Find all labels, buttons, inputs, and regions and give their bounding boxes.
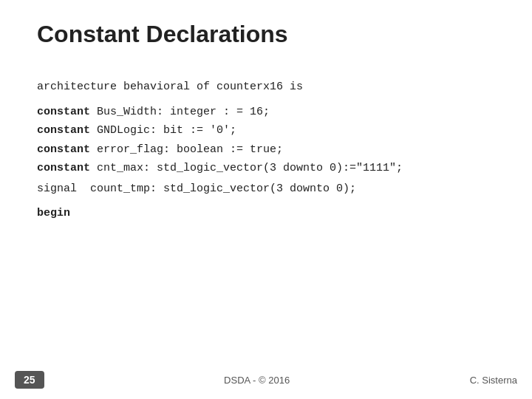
code-block: architecture behavioral of counterx16 is… [37, 78, 495, 223]
code-rest-5: count_tmp: std_logic_vector(3 downto 0); [77, 180, 356, 199]
keyword-constant-1: constant [37, 103, 90, 122]
architecture-line: architecture behavioral of counterx16 is [37, 78, 495, 97]
keyword-constant-2: constant [37, 121, 90, 140]
begin-line: begin [37, 204, 495, 223]
code-rest-2: GNDLogic: bit := '0'; [90, 121, 236, 140]
code-line-1: constant Bus_Width: integer : = 16; [37, 103, 495, 122]
code-line-4: constant cnt_max: std_logic_vector(3 dow… [37, 159, 495, 178]
begin-keyword: begin [37, 204, 70, 223]
architecture-text: architecture behavioral of counterx16 is [37, 78, 303, 97]
code-line-5: signal count_tmp: std_logic_vector(3 dow… [37, 180, 495, 199]
slide: Constant Declarations architecture behav… [0, 0, 532, 399]
keyword-constant-3: constant [37, 140, 90, 160]
slide-content: architecture behavioral of counterx16 is… [0, 63, 532, 364]
footer-right-text: C. Sisterna [470, 375, 517, 386]
slide-title: Constant Declarations [0, 0, 532, 63]
keyword-constant-4: constant [37, 159, 90, 178]
code-line-2: constant GNDLogic: bit := '0'; [37, 121, 495, 140]
keyword-signal: signal [37, 180, 77, 199]
code-rest-4: cnt_max: std_logic_vector(3 downto 0):="… [90, 159, 403, 178]
code-rest-1: Bus_Width: integer : = 16; [90, 103, 270, 122]
code-line-3: constant error_flag: boolean := true; [37, 140, 495, 160]
slide-number: 25 [15, 371, 44, 389]
code-rest-3: error_flag: boolean := true; [90, 140, 283, 160]
footer-center-text: DSDA - © 2016 [224, 375, 290, 386]
slide-footer: 25 DSDA - © 2016 C. Sisterna [0, 364, 532, 399]
